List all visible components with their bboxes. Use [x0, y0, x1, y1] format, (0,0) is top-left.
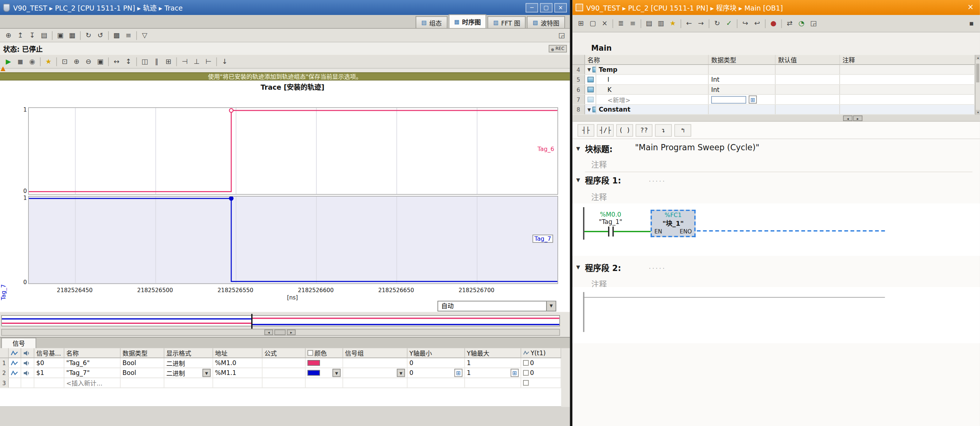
consistency-check-icon[interactable]: ✓	[723, 18, 735, 29]
header-color[interactable]: 颜色	[306, 348, 344, 358]
header-y-max[interactable]: Y轴最大	[465, 348, 521, 358]
y-max-cell[interactable]: 1⊞	[465, 368, 521, 377]
scroll-up-button[interactable]: ▴	[975, 55, 980, 60]
signal-group-cell[interactable]	[343, 358, 407, 367]
zoom-area-icon[interactable]: ⊡	[59, 56, 71, 67]
signal-base-cell[interactable]: $1	[34, 368, 64, 377]
signal-speaker-icon[interactable]	[21, 358, 34, 367]
signal-formula-cell[interactable]	[262, 358, 306, 367]
align-left-icon[interactable]: ⊣	[178, 56, 191, 67]
tab-bode-diagram[interactable]: ▧ 波特图	[527, 16, 565, 28]
default-value-cell[interactable]	[775, 95, 840, 104]
signal-formula-cell[interactable]	[262, 368, 306, 377]
header-y-min[interactable]: Y轴最小	[407, 348, 465, 358]
header-formula[interactable]: 公式	[262, 348, 306, 358]
interface-row[interactable]: 5 I Int	[573, 75, 975, 85]
contact-tag-name[interactable]: "Tag_1"	[587, 219, 634, 225]
close-branch-icon[interactable]: ↰	[674, 124, 691, 136]
signal-address-cell[interactable]: %M1.0	[213, 358, 262, 367]
header-default-value[interactable]: 默认值	[775, 55, 840, 65]
save-measurement-icon[interactable]: ▤	[38, 30, 50, 41]
fit-height-icon[interactable]: ↕	[123, 56, 134, 67]
coil-icon[interactable]: ( )	[616, 124, 633, 136]
section-name-cell[interactable]: Temp	[596, 65, 709, 74]
signal-group-cell[interactable]: ▼	[343, 368, 407, 377]
open-branch-icon[interactable]: ↴	[655, 124, 672, 136]
scroll-thumb[interactable]	[274, 329, 286, 335]
interface-row[interactable]: 6 K Int	[573, 85, 975, 95]
tab-fft-diagram[interactable]: ▥ FFT 图	[488, 16, 526, 28]
y-t1-checkbox[interactable]	[523, 370, 528, 376]
restore-view-icon[interactable]: ★	[42, 56, 54, 67]
scroll-right-button[interactable]: ▸	[853, 116, 863, 121]
signal-format-cell[interactable]: 二进制▼	[164, 368, 213, 377]
delete-icon[interactable]: ×	[599, 18, 611, 29]
variable-name-cell[interactable]: I	[596, 75, 709, 84]
signal-format-cell[interactable]: 二进制	[164, 358, 213, 367]
trace-overview-strip[interactable]	[1, 315, 560, 326]
signal-table-row[interactable]: 3 <插入新计...	[0, 378, 561, 388]
minimize-button[interactable]: ─	[526, 3, 538, 13]
scroll-left-button[interactable]: ◂	[264, 329, 273, 335]
add-measurement-icon[interactable]: ⊕	[3, 30, 14, 41]
previous-error-icon[interactable]: ←	[683, 18, 695, 29]
scroll-left-button[interactable]: ◂	[843, 116, 853, 121]
contact-open-icon[interactable]: ┤├	[578, 124, 594, 136]
signal-curve-icon[interactable]	[9, 358, 21, 367]
fc-call-block[interactable]: %FC1 "块_1" EN ENO	[651, 210, 695, 237]
scroll-right-button[interactable]: ▸	[287, 329, 296, 335]
auto-repeat-icon[interactable]: ↺	[94, 30, 106, 41]
export-measurements-icon[interactable]: ↥	[14, 30, 26, 41]
interface-row[interactable]: 8 ▼ Constant	[573, 105, 975, 114]
interface-row[interactable]: 7 <新增> ⊞	[573, 95, 975, 105]
header-name[interactable]: 名称	[585, 55, 709, 65]
en-pin[interactable]: EN	[654, 228, 662, 234]
section-name-cell[interactable]: Constant	[596, 105, 709, 114]
update-block-calls-icon[interactable]: ↻	[711, 18, 723, 29]
tab-signals[interactable]: 信号	[1, 338, 36, 349]
open-all-networks-icon[interactable]: ≣	[615, 18, 627, 29]
y-t1-cell[interactable]: 0	[521, 368, 562, 377]
signal-base-cell[interactable]: $0	[34, 358, 64, 367]
section-icon-cell[interactable]: ▼	[585, 105, 596, 114]
header-comment[interactable]: 注释	[840, 55, 975, 65]
insert-new-signal-cell[interactable]: <插入新计...	[64, 378, 121, 388]
network1-body[interactable]: %M0.0 "Tag_1" %FC1 "块_1" EN ENO	[573, 204, 980, 256]
contact-closed-icon[interactable]: ┤/├	[597, 124, 614, 136]
default-value-cell[interactable]	[775, 65, 840, 74]
signal-datatype-cell[interactable]: Bool	[121, 368, 164, 377]
import-measurements-icon[interactable]: ↧	[26, 30, 38, 41]
next-error-icon[interactable]: →	[695, 18, 707, 29]
pan-view-icon[interactable]: ↔	[111, 56, 123, 67]
header-display-format[interactable]: 显示格式	[164, 348, 213, 358]
time-axis-mode-select[interactable]: 自动 ▼	[438, 301, 556, 312]
favorites-toggle-icon[interactable]: ★	[667, 18, 679, 29]
collapse-icon[interactable]: ▼	[576, 146, 581, 151]
network-comments-icon[interactable]: ▥	[655, 18, 667, 29]
trace-titlebar[interactable]: V90_TEST ▸ PLC_2 [CPU 1511-1 PN] ▸ 轨迹 ▸ …	[0, 0, 570, 15]
copy-trace-icon[interactable]: ▣	[54, 30, 67, 41]
block-title-value[interactable]: "Main Program Sweep (Cycle)"	[635, 143, 759, 152]
tag6-series-label[interactable]: Tag_6	[537, 146, 554, 152]
variable-name-cell[interactable]: K	[596, 85, 709, 95]
y-t1-checkbox[interactable]	[523, 380, 528, 385]
add-new-variable-cell[interactable]: <新增>	[596, 95, 709, 104]
header-datatype[interactable]: 数据类型	[709, 55, 775, 65]
comment-cell[interactable]	[840, 95, 975, 104]
y-min-edit-button[interactable]: ⊞	[454, 369, 463, 377]
default-value-cell[interactable]	[775, 85, 840, 95]
y-min-cell[interactable]: 0⊞	[407, 368, 465, 377]
plot-tag7[interactable]	[28, 196, 558, 284]
empty-box-icon[interactable]: ??	[636, 124, 652, 136]
snap-samples-icon[interactable]: ⊞	[162, 56, 175, 67]
filter-icon[interactable]: ▽	[139, 30, 151, 41]
color-swatch[interactable]	[307, 360, 320, 366]
comment-cell[interactable]	[840, 65, 975, 74]
interface-horizontal-scrollbar[interactable]: ◂ ▸	[573, 115, 980, 122]
measure-cursors-icon[interactable]: ∥	[151, 56, 162, 67]
header-name[interactable]: 名称	[64, 348, 121, 358]
snapshot-view-icon[interactable]: ◲	[555, 30, 568, 41]
network2-title[interactable]: 程序段 2:	[585, 261, 621, 274]
overlay-measurements-icon[interactable]: ▩	[111, 30, 123, 41]
datatype-edit-field[interactable]	[711, 96, 746, 104]
